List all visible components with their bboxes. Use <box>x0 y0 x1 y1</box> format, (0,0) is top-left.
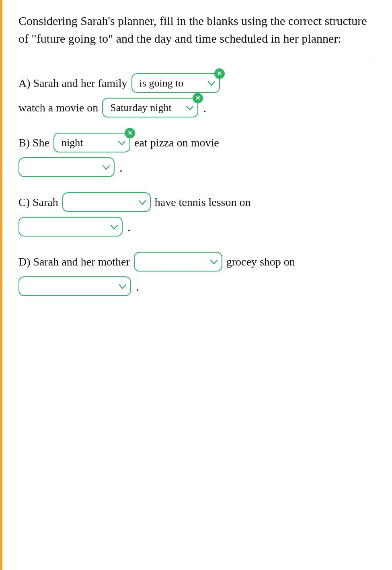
question-d-text1: D) Sarah and her mother <box>18 253 130 270</box>
question-c-text2: have tennis lesson on <box>155 194 251 211</box>
question-b-verb-wrapper: night is going to are going to ✕ <box>53 133 130 152</box>
question-a-line1: A) Sarah and her family is going to are … <box>18 73 376 93</box>
question-c-time-wrapper: Monday afternoon Tuesday morning <box>18 217 123 237</box>
question-a-verb-select[interactable]: is going to are going to was going to <box>131 73 220 93</box>
question-c-verb-select[interactable]: is going to are going to <box>62 192 151 212</box>
question-c-verb-wrapper: is going to are going to <box>62 192 151 212</box>
instruction-text: Considering Sarah's planner, fill in the… <box>18 12 376 47</box>
question-c-block: C) Sarah is going to are going to have t… <box>18 192 376 237</box>
question-a-line2: watch a movie on Saturday night Sunday m… <box>18 98 376 117</box>
question-b-text2: eat pizza on movie <box>134 134 219 151</box>
clear-b-verb-button[interactable]: ✕ <box>125 128 135 138</box>
question-b-text1: B) She <box>18 134 49 151</box>
question-b-block: B) She night is going to are going to ✕ … <box>18 133 376 177</box>
question-c-text1: C) Sarah <box>18 194 58 211</box>
question-d-block: D) Sarah and her mother is going to are … <box>18 252 376 296</box>
question-b-line1: B) She night is going to are going to ✕ … <box>18 133 376 152</box>
question-d-line2: Wednesday morning Thursday afternoon . <box>18 276 376 296</box>
question-a-text1: A) Sarah and her family <box>18 75 127 92</box>
question-d-time-wrapper: Wednesday morning Thursday afternoon <box>18 276 131 296</box>
period-b: . <box>119 158 123 177</box>
question-a-block: A) Sarah and her family is going to are … <box>18 73 376 117</box>
question-d-verb-select[interactable]: is going to are going to <box>134 252 222 272</box>
question-a-text2: watch a movie on <box>18 99 98 116</box>
question-c-time-select[interactable]: Monday afternoon Tuesday morning <box>18 217 123 237</box>
question-b-time-select[interactable]: Saturday night Sunday morning <box>18 157 115 177</box>
question-b-time-wrapper: Saturday night Sunday morning <box>18 157 115 177</box>
question-a-time-wrapper: Saturday night Sunday morning Friday eve… <box>102 98 198 117</box>
period-c: . <box>127 217 131 237</box>
clear-a-time-button[interactable]: ✕ <box>193 93 203 103</box>
question-d-verb-wrapper: is going to are going to <box>134 252 222 272</box>
period-d: . <box>136 277 139 296</box>
question-d-text2: grocey shop on <box>226 253 295 270</box>
period-a: . <box>203 98 206 117</box>
question-d-line1: D) Sarah and her mother is going to are … <box>18 252 376 272</box>
question-d-time-select[interactable]: Wednesday morning Thursday afternoon <box>18 276 131 296</box>
question-b-line2: Saturday night Sunday morning . <box>18 157 376 177</box>
question-a-verb-wrapper: is going to are going to was going to ✕ <box>131 73 220 93</box>
question-c-line2: Monday afternoon Tuesday morning . <box>18 217 376 237</box>
clear-a-verb-button[interactable]: ✕ <box>214 68 225 79</box>
question-b-verb-select[interactable]: night is going to are going to <box>53 133 130 152</box>
question-c-line1: C) Sarah is going to are going to have t… <box>18 192 376 212</box>
divider <box>18 57 376 57</box>
question-a-time-select[interactable]: Saturday night Sunday morning Friday eve… <box>102 98 198 117</box>
page-container: Considering Sarah's planner, fill in the… <box>0 0 392 570</box>
